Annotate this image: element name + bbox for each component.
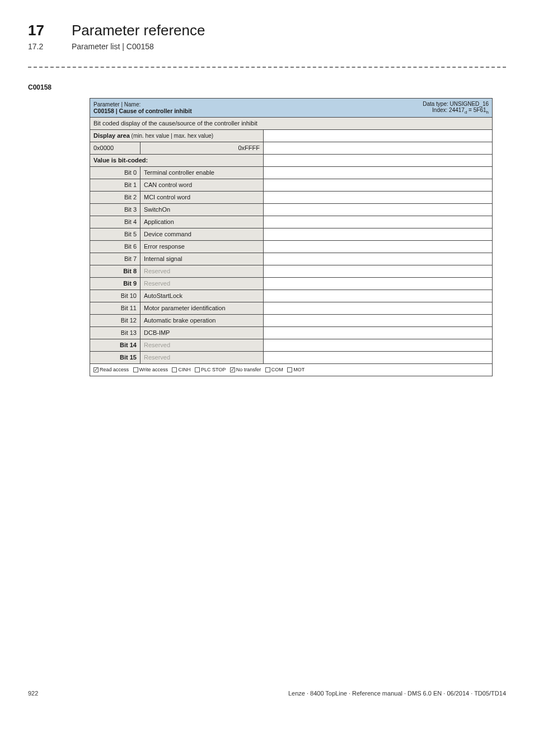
bit-spacer (264, 191, 493, 203)
param-description: Bit coded display of the cause/source of… (90, 117, 493, 129)
bit-value: Reserved (140, 277, 264, 290)
param-index: Index: 24417d = 5F61h (432, 107, 489, 113)
chapter-sub-number: 17.2 (28, 42, 56, 51)
checkbox-icon (195, 367, 200, 372)
checkbox-icon (230, 367, 235, 372)
bit-label: Bit 2 (90, 191, 140, 203)
parameter-table: Parameter | Name: C00158 | Cause of cont… (90, 98, 493, 376)
bit-spacer (264, 253, 493, 265)
param-name-label: Parameter | Name: (93, 101, 140, 108)
bit-label: Bit 3 (90, 203, 140, 216)
param-datatype: Data type: UNSIGNED_16 (423, 101, 489, 107)
bit-value: SwitchOn (140, 203, 264, 216)
bit-value: Application (140, 216, 264, 228)
bit-label: Bit 6 (90, 240, 140, 253)
bit-label: Bit 11 (90, 302, 140, 314)
checkbox-icon (265, 367, 270, 372)
bit-spacer (264, 326, 493, 339)
page-header: 17 17.2 Parameter reference Parameter li… (28, 22, 506, 51)
bit-spacer (264, 179, 493, 191)
page-number: 922 (28, 690, 38, 697)
bit-value: Error response (140, 240, 264, 253)
bit-label: Bit 0 (90, 166, 140, 179)
bit-value: MCI control word (140, 191, 264, 203)
parameter-code-heading: C00158 (28, 83, 506, 91)
bit-value: AutoStartLock (140, 290, 264, 302)
bit-label: Bit 8 (90, 265, 140, 277)
bit-value: Internal signal (140, 253, 264, 265)
bit-value: Device command (140, 228, 264, 240)
bit-label: Bit 4 (90, 216, 140, 228)
bit-value: Reserved (140, 339, 264, 351)
bit-spacer (264, 339, 493, 351)
page-footer: 922 Lenze · 8400 TopLine · Reference man… (28, 690, 506, 697)
bit-label: Bit 14 (90, 339, 140, 351)
checkbox-icon (93, 367, 99, 372)
bit-spacer (264, 240, 493, 253)
access-flags: Read access Write access CINH PLC STOP N… (90, 363, 493, 376)
bit-value: Reserved (140, 265, 264, 277)
bit-value: Motor parameter identification (140, 302, 264, 314)
divider (28, 67, 506, 68)
bit-spacer (264, 228, 493, 240)
bit-value: Reserved (140, 351, 264, 363)
bit-spacer (264, 166, 493, 179)
bit-spacer (264, 203, 493, 216)
display-area-label: Display area (min. hex value | max. hex … (90, 129, 264, 142)
param-name-value: C00158 | Cause of controller inhibit (93, 108, 192, 114)
chapter-title: Parameter reference (72, 22, 205, 39)
bit-value: Terminal controller enable (140, 166, 264, 179)
chapter-sub-title: Parameter list | C00158 (72, 42, 205, 51)
checkbox-icon (287, 367, 292, 372)
bit-value: CAN control word (140, 179, 264, 191)
bit-spacer (264, 277, 493, 290)
bit-label: Bit 9 (90, 277, 140, 290)
bit-label: Bit 15 (90, 351, 140, 363)
bit-label: Bit 12 (90, 314, 140, 326)
hex-min: 0x0000 (90, 142, 140, 154)
bit-spacer (264, 290, 493, 302)
bit-label: Bit 10 (90, 290, 140, 302)
bit-label: Bit 13 (90, 326, 140, 339)
value-coded-label: Value is bit-coded: (90, 154, 264, 166)
bit-label: Bit 7 (90, 253, 140, 265)
bit-value: Automatic brake operation (140, 314, 264, 326)
bit-spacer (264, 216, 493, 228)
checkbox-icon (133, 367, 138, 372)
doc-info: Lenze · 8400 TopLine · Reference manual … (288, 690, 506, 697)
bit-value: DCB-IMP (140, 326, 264, 339)
bit-label: Bit 1 (90, 179, 140, 191)
hex-max: 0xFFFF (140, 142, 264, 154)
bit-label: Bit 5 (90, 228, 140, 240)
checkbox-icon (172, 367, 177, 372)
bit-spacer (264, 265, 493, 277)
bit-spacer (264, 302, 493, 314)
bit-spacer (264, 351, 493, 363)
chapter-number: 17 (28, 22, 56, 39)
bit-spacer (264, 314, 493, 326)
